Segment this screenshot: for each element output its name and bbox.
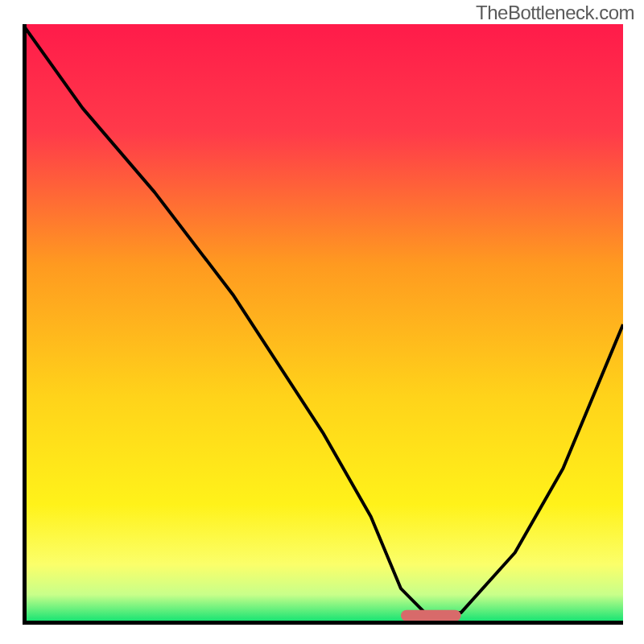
watermark-text: TheBottleneck.com <box>476 2 634 24</box>
chart-background-gradient <box>23 24 623 625</box>
bottleneck-chart-svg <box>23 24 623 625</box>
chart-plot-area <box>23 24 623 625</box>
optimal-zone-marker <box>401 610 461 621</box>
